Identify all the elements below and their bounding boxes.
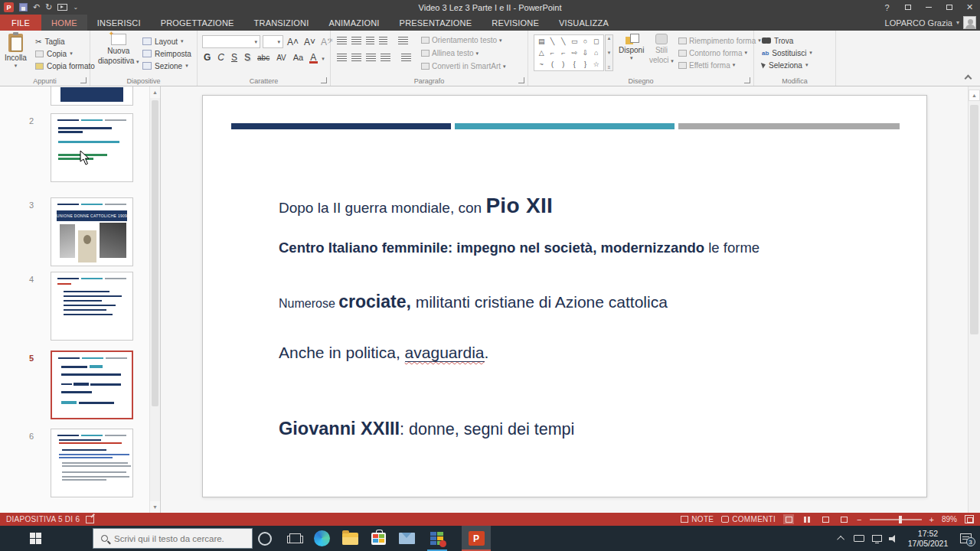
paste-button[interactable]: Incolla ▾ [5,34,27,68]
scrollbar-thumb[interactable] [970,105,978,334]
increase-indent-icon[interactable] [379,37,387,44]
slide-text-line-4[interactable]: Anche in politica, avaguardia. [279,344,488,362]
italic-button[interactable]: C [216,52,226,63]
zoom-in-button[interactable]: + [929,516,934,523]
thumbnail-scrollbar[interactable]: ▲ ▼ [149,86,160,513]
slide-sorter-view-button[interactable] [802,514,812,524]
convert-smartart-button[interactable]: Converti in SmartArt▾ [421,60,506,73]
tab-visualizza[interactable]: VISUALIZZA [549,15,619,31]
taskbar-search[interactable] [93,528,253,549]
start-button[interactable] [18,526,52,551]
align-text-button[interactable]: Allinea testo▾ [421,47,506,60]
font-name-combo[interactable]: ▾ [202,35,260,48]
shape-effects-button[interactable]: Effetti forma▾ [678,59,761,71]
find-button[interactable]: Trova [762,34,812,47]
scroll-down-icon[interactable]: ▼ [150,501,160,513]
tab-transizioni[interactable]: TRANSIZIONI [244,15,319,31]
reset-button[interactable]: Reimposta [142,47,191,60]
align-left-icon[interactable] [337,54,347,61]
customize-qat-icon[interactable]: ⌄ [73,3,78,11]
search-input[interactable] [114,534,243,543]
select-button[interactable]: Seleziona▾ [762,59,812,71]
arrange-button[interactable]: Disponi ▾ [619,34,644,60]
replace-button[interactable]: abSostituisci▾ [762,47,812,59]
format-painter-button[interactable]: Copia formato [35,60,95,72]
thumbnail-slide-3[interactable]: UNIONE DONNE CATTOLICHE 1909 [51,197,133,266]
start-presentation-icon[interactable] [57,4,67,11]
action-center-button[interactable]: 3 [956,526,975,551]
tab-presentazione[interactable]: PRESENTAZIONE [390,15,482,31]
task-view-button[interactable] [285,526,305,551]
slide-text-line-5[interactable]: Giovanni XXIII: donne, segni dei tempi [279,419,574,439]
scrollbar-thumb[interactable] [152,100,158,406]
collapse-ribbon-icon[interactable] [965,75,972,83]
align-right-icon[interactable] [366,54,376,61]
grow-font-button[interactable]: A˄ [286,37,300,47]
text-direction-button[interactable]: Orientamento testo▾ [421,34,506,47]
thumbnail-slide-1[interactable] [51,86,133,106]
font-color-button[interactable]: A [309,52,318,63]
change-case-button[interactable]: Aa [292,53,305,62]
slide-text-line-2[interactable]: Centro Italiano femminile: impegno nel s… [279,240,760,256]
thumbnail-slide-5-selected[interactable] [51,350,133,419]
bold-button[interactable]: G [202,52,212,63]
tray-show-hidden-icons[interactable] [835,526,848,551]
tab-progettazione[interactable]: PROGETTAZIONE [151,15,244,31]
close-button[interactable]: ✕ [959,0,980,15]
thumbnail-slide-2[interactable] [51,113,133,182]
account-chip[interactable]: LOPARCO Grazia ▾ [885,15,976,31]
zoom-out-button[interactable]: − [857,516,861,523]
slide-text-line-1[interactable]: Dopo la II guerra mondiale, con Pio XII [279,194,553,218]
shrink-font-button[interactable]: A˅ [302,37,317,47]
tray-volume-button[interactable] [886,526,901,551]
line-spacing-icon[interactable] [398,37,408,44]
section-button[interactable]: Sezione▾ [142,60,191,72]
tray-tablet-button[interactable] [851,526,867,551]
decrease-indent-icon[interactable] [366,37,374,44]
notes-toggle[interactable]: NOTE [681,515,714,523]
taskbar-mail[interactable] [396,526,417,551]
bullets-icon[interactable] [337,37,347,44]
thumbnail-slide-4[interactable] [51,272,133,341]
copy-button[interactable]: Copia▾ [35,47,95,60]
cut-button[interactable]: ✂Taglia [35,35,95,47]
columns-icon[interactable] [401,54,411,61]
save-icon[interactable] [19,3,28,11]
taskbar-planner-app[interactable] [426,526,447,551]
zoom-level[interactable]: 89% [942,515,957,523]
justify-icon[interactable] [381,54,390,61]
numbering-icon[interactable] [351,37,361,44]
reading-view-button[interactable] [820,514,831,524]
taskbar-edge[interactable] [311,526,332,551]
thumbnail-slide-6[interactable] [51,429,133,497]
tray-display-button[interactable] [869,526,884,551]
scroll-up-icon[interactable]: ▲ [150,86,160,98]
help-button[interactable]: ? [877,0,897,15]
undo-icon[interactable]: ↶ [33,3,40,11]
restore-button[interactable] [939,0,959,15]
dialog-launcher-icon[interactable] [321,77,327,83]
slide-area-scrollbar[interactable]: ▲ [968,86,980,513]
comments-toggle[interactable]: COMMENTI [721,515,776,523]
scroll-up-icon[interactable]: ▲ [969,90,980,101]
cortana-button[interactable] [256,526,274,551]
current-slide-canvas[interactable]: Dopo la II guerra mondiale, con Pio XII … [202,95,927,497]
slide-text-line-3[interactable]: Numerose crociate, militanti cristiane d… [279,292,668,312]
fit-slide-to-window-button[interactable] [965,515,974,523]
strikethrough-button[interactable]: abc [256,54,271,62]
tab-inserisci[interactable]: INSERISCI [87,15,151,31]
quick-styles-button[interactable]: Stili veloci ▾ [649,34,674,64]
tab-animazioni[interactable]: ANIMAZIONI [318,15,389,31]
character-spacing-button[interactable]: AV [275,54,288,62]
ribbon-display-options-button[interactable] [897,0,918,15]
shapes-gallery-scrollbar[interactable]: ▲▼≡ [605,34,613,71]
taskbar-store[interactable] [368,526,389,551]
normal-view-button[interactable] [783,514,794,524]
layout-button[interactable]: Layout▾ [142,35,191,47]
tab-home[interactable]: HOME [41,15,87,31]
zoom-slider-thumb[interactable] [899,516,902,523]
underline-button[interactable]: S [230,52,239,63]
spell-check-icon[interactable] [86,516,94,523]
align-center-icon[interactable] [351,54,361,61]
shape-outline-button[interactable]: Contorno forma▾ [678,47,761,59]
